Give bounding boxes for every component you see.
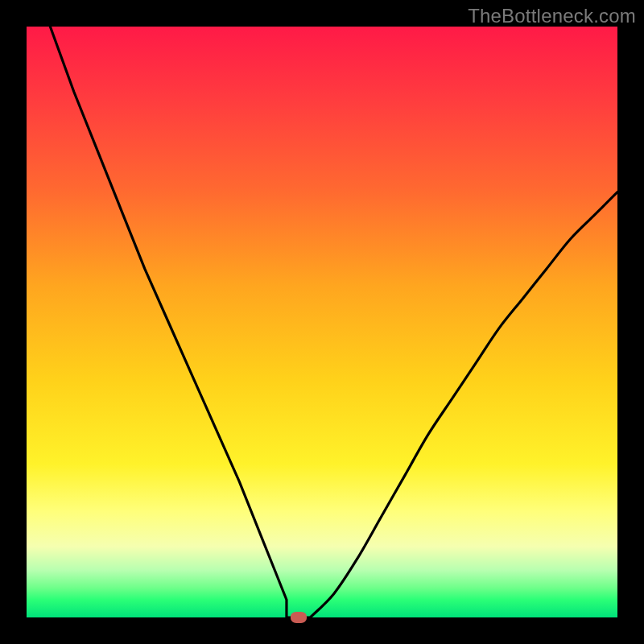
curve-path <box>50 27 617 619</box>
plot-area <box>27 27 617 617</box>
chart-frame: TheBottleneck.com <box>0 0 644 644</box>
watermark-text: TheBottleneck.com <box>468 5 636 27</box>
bottleneck-marker <box>291 612 307 623</box>
bottleneck-curve <box>27 27 617 617</box>
